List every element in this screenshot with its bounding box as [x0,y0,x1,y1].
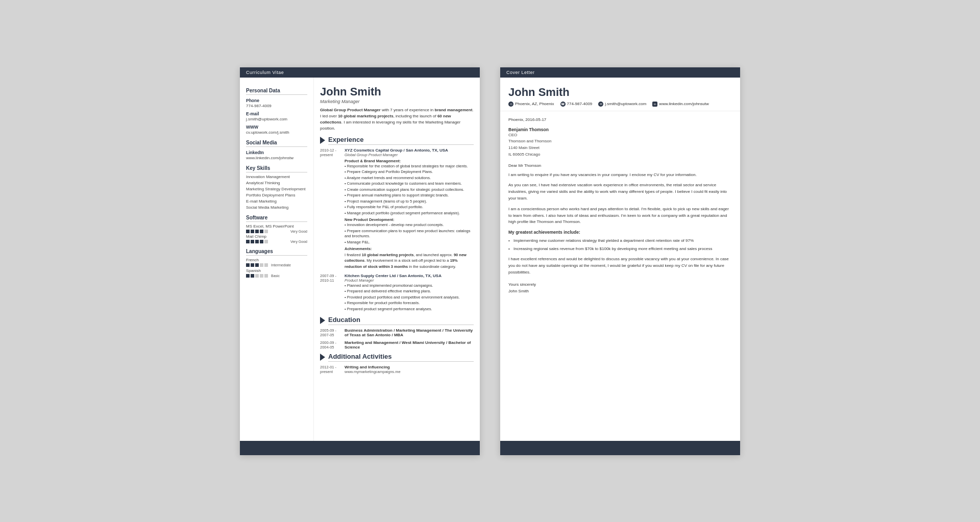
lang-french: French Intermediate [246,258,307,267]
cv-name: John Smith [320,86,474,98]
exp-company-1: XYZ Cosmetics Capital Group / San Antoni… [345,148,474,153]
cl-phone: ☎ 774-987-4009 [560,102,593,107]
activity-item-1: 2012-01 -present Writing and Influencing… [320,365,474,374]
skill-2: Analytical Thinking [246,181,307,185]
lang-spanish-level: Basic [271,274,280,278]
edu-content-2: Marketing and Management / West Miami Un… [345,340,474,350]
exp-content-2: Kitchen Supply Center Ltd / San Antonio,… [345,274,474,312]
cl-email-text: j.smith@uptowork.com [605,102,646,106]
exp-bullet: • Project management (teams of up to 5 p… [345,199,474,205]
cv-intro: Global Group Product Manager with 7 year… [320,107,474,132]
exp-date-2: 2007-09 -2010-11 [320,274,345,312]
cl-sign-off: Yours sincerely [508,282,732,287]
social-media-title: Social Media [246,140,307,147]
edu-item-1: 2005-09 -2007-05 Business Administration… [320,328,474,337]
exp-bullet: • Manage P&L. [345,240,474,245]
cl-paragraph-1: I am writing to enquire if you have any … [508,172,732,179]
lang-spanish: Spanish Basic [246,268,307,278]
dot [246,240,250,243]
edu-degree-2: Marketing and Management / West Miami Un… [345,340,474,350]
cv-body: Personal Data Phone 774-987-4009 E-mail … [240,78,480,441]
exp-role-1: Global Group Product Manager [345,153,474,157]
exp-bullet: • Create communication support plans for… [345,187,474,193]
cl-footer [500,441,740,455]
activity-detail-1: www.mymarketingcampaigns.me [345,369,474,374]
dot [251,263,254,267]
dot [251,240,254,243]
cv-name-section: John Smith Marketing Manager [320,81,474,107]
dot [255,240,259,243]
cl-linkedin: in www.linkedin.com/johnsutw [652,102,708,107]
dot [260,230,263,233]
exp-bullet: • Provided product portfolios and compet… [345,295,474,301]
cl-paragraph-2: As you can see, I have had extensive vac… [508,182,732,202]
cv-footer [240,441,480,455]
exp-achievement-1: I finalized 10 global marketing projects… [345,252,474,269]
personal-data-title: Personal Data [246,88,307,95]
exp-role-2: Product Manager [345,278,474,283]
www-value: cv.uptowork.com/j.smith [246,130,307,135]
dot [246,230,250,233]
edu-degree-1: Business Administration / Marketing Mana… [345,328,474,337]
cl-signature: John Smith [508,289,732,293]
cl-date: Phoenix, 2016-05-17 [508,117,732,122]
dot [246,263,250,267]
location-icon: ⊙ [508,102,513,107]
exp-bullet: • Prepare communication plans to support… [345,229,474,239]
exp-item-1: 2010-12 -present XYZ Cosmetics Capital G… [320,148,474,269]
cv-document: Curriculum Vitae Personal Data Phone 774… [240,67,480,455]
exp-subsection-achievements: Achievements: [345,246,474,251]
cl-body: Phoenix, 2016-05-17 Benjamin Thomson CEO… [500,111,740,441]
software-level-1: Very Good [290,230,307,233]
exp-bullet: • Planned and implemented promotional ca… [345,283,474,289]
software-dots-group-2 [246,240,268,243]
linkedin-icon: in [652,102,657,107]
lang-french-name: French [246,258,307,262]
exp-bullet: • Prepared product segment performance a… [345,307,474,312]
cv-header-label: Curriculum Vitae [246,70,284,75]
cl-header-label: Cover Letter [506,70,535,75]
education-section-heading: Education [320,316,474,325]
email-icon: ✉ [598,102,603,107]
education-arrow-icon [320,317,325,324]
exp-bullet: • Prepared and delivered effective marke… [345,289,474,294]
experience-section-title: Experience [328,136,474,145]
lang-spanish-name: Spanish [246,268,307,273]
cl-header-bar: Cover Letter [500,67,740,78]
software-dots-group-1 [246,230,268,233]
www-label: WWW [246,125,307,130]
cv-job-title: Marketing Manager [320,99,474,104]
software-dots-2: Very Good [246,240,307,243]
skill-5: E-mail Marketing [246,199,307,204]
education-section-title: Education [328,316,474,325]
cl-phone-text: 774-987-4009 [567,102,593,106]
dot-empty [264,263,268,267]
page-container: Curriculum Vitae Personal Data Phone 774… [230,57,750,465]
experience-section-heading: Experience [320,136,474,145]
exp-bullet: • Analyze market trends and recommend so… [345,176,474,181]
software-item-1: MS Excel, MS PowerPoint [246,224,307,229]
exp-bullet: • Prepare annual marketing plans to supp… [345,193,474,198]
exp-subsection-npd: New Product Development: [345,217,474,222]
email-label: E-mail [246,111,307,116]
cl-recipient-address2: IL 60605 Chicago [508,152,732,158]
dot-empty [260,274,263,278]
cl-recipient-name: Benjamin Thomson [508,127,732,132]
exp-bullet: • Responsible for product portfolio fore… [345,301,474,306]
dot-empty [255,274,259,278]
exp-bullet: • Responsible for the creation of global… [345,164,474,169]
cl-email: ✉ j.smith@uptowork.com [598,102,646,107]
software-level-2: Very Good [290,240,307,243]
cl-location: ⊙ Phoenix, AZ, Phoenix [508,102,554,107]
lang-french-level: Intermediate [271,263,291,267]
additional-section-title: Additional Activities [328,353,474,362]
exp-bullet: • Prepare Category and Portfolio Deploym… [345,169,474,175]
edu-item-2: 2000-09 -2004-05 Marketing and Managemen… [320,340,474,350]
email-value: j.smith@uptowork.com [246,117,307,121]
cl-recipient-company: Thomson and Thomson [508,138,732,145]
exp-bullet: • Manage product portfolio (product segm… [345,211,474,216]
experience-arrow-icon [320,137,325,144]
cv-sidebar: Personal Data Phone 774-987-4009 E-mail … [240,78,314,441]
exp-subsection-brand: Product & Brand Management: [345,159,474,163]
skill-3: Marketing Strategy Development [246,187,307,191]
